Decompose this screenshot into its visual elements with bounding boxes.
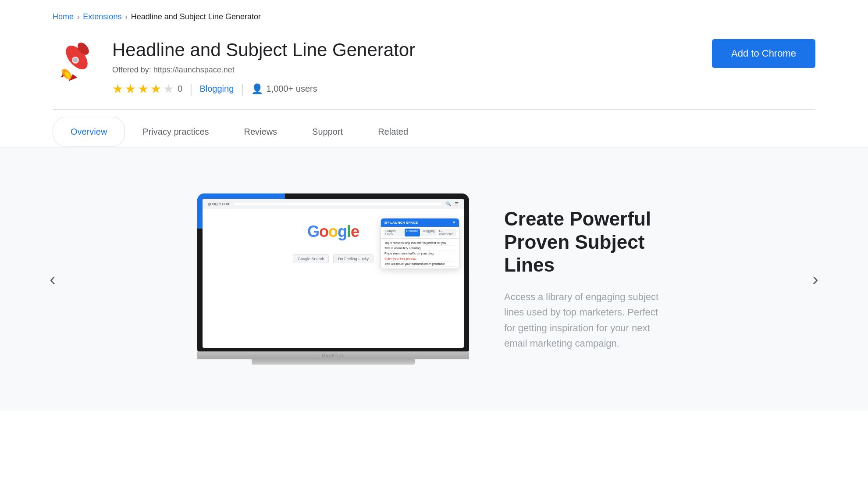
- extension-header: Headline and Subject Line Generator Offe…: [0, 30, 868, 109]
- popup-header: BY LAUNCH SPACE ✕: [381, 218, 459, 227]
- google-logo: Google: [307, 222, 359, 241]
- star-1: ★: [112, 82, 123, 96]
- google-search-btn: Google Search: [293, 254, 329, 263]
- carousel-description: Create Powerful Proven Subject Lines Acc…: [504, 208, 671, 351]
- popup-tabs: Subject Lines Headline Blogging E-commer…: [381, 227, 459, 239]
- search-bar-mockup: Google Search I'm Feeling Lucky: [288, 254, 378, 263]
- tab-reviews[interactable]: Reviews: [227, 117, 295, 147]
- popup-tab-ecommerce: E-commerce: [438, 229, 457, 236]
- popup-list: Top 5 reasons why this offer is perfect …: [381, 239, 459, 269]
- tabs-section: Overview Privacy practices Reviews Suppo…: [0, 117, 868, 147]
- popup-item-1: Top 5 reasons why this offer is perfect …: [384, 240, 455, 246]
- users-icon: 👤: [251, 83, 263, 95]
- address-bar: [234, 203, 442, 205]
- extension-offered-by: Offered by: https://launchspace.net: [112, 65, 415, 75]
- chevron-left-icon: ‹: [50, 269, 55, 289]
- popup-item-3: Place even more traffic on your blog: [384, 251, 455, 256]
- popup-close-icon: ✕: [452, 221, 455, 225]
- chevron-right-icon: ›: [812, 269, 818, 289]
- carousel-next-button[interactable]: ›: [798, 261, 833, 297]
- offered-by-url: https://launchspace.net: [153, 65, 235, 74]
- laptop-screen-area: google.com 🔍 ☰ Google BY LAUNC: [197, 193, 469, 351]
- browser-url: google.com: [208, 201, 231, 206]
- star-4: ★: [150, 82, 161, 96]
- extension-meta: ★ ★ ★ ★ ★ 0 | Blogging | 👤 1,000+ users: [112, 82, 415, 96]
- breadcrumb-current: Headline and Subject Line Generator: [131, 12, 261, 21]
- tab-support[interactable]: Support: [295, 117, 360, 147]
- carousel-heading: Create Powerful Proven Subject Lines: [504, 208, 671, 277]
- star-5: ★: [163, 82, 174, 96]
- breadcrumb-sep-2: ›: [125, 13, 127, 21]
- users-info: 👤 1,000+ users: [251, 83, 317, 95]
- screen-google-area: Google BY LAUNCH SPACE ✕ Subject Lines H…: [203, 209, 464, 272]
- category-link[interactable]: Blogging: [199, 84, 234, 94]
- svg-point-3: [73, 58, 78, 62]
- laptop-brand-label: MacBook: [322, 353, 345, 358]
- tab-related[interactable]: Related: [360, 117, 426, 147]
- popup-tab-subject: Subject Lines: [384, 229, 404, 236]
- breadcrumb: Home › Extensions › Headline and Subject…: [0, 0, 868, 30]
- review-count: 0: [178, 84, 182, 94]
- breadcrumb-extensions[interactable]: Extensions: [83, 12, 121, 21]
- screen-content: google.com 🔍 ☰ Google BY LAUNC: [203, 199, 464, 348]
- popup-item-4: Claim your free product: [384, 256, 455, 261]
- menu-icon: ☰: [455, 201, 459, 206]
- star-rating: ★ ★ ★ ★ ★ 0: [112, 82, 182, 96]
- popup-tab-blogging: Blogging: [421, 229, 436, 236]
- browser-bar: google.com 🔍 ☰: [203, 199, 464, 209]
- breadcrumb-home[interactable]: Home: [53, 12, 74, 21]
- star-3: ★: [138, 82, 149, 96]
- extension-header-left: Headline and Subject Line Generator Offe…: [53, 39, 415, 96]
- laptop-mockup: google.com 🔍 ☰ Google BY LAUNC: [197, 193, 469, 365]
- users-count: 1,000+ users: [267, 84, 317, 94]
- extension-info: Headline and Subject Line Generator Offe…: [112, 39, 415, 96]
- offered-by-label: Offered by:: [112, 65, 151, 74]
- tab-privacy[interactable]: Privacy practices: [125, 117, 226, 147]
- carousel-inner: google.com 🔍 ☰ Google BY LAUNC: [127, 193, 741, 365]
- popup-title: BY LAUNCH SPACE: [384, 221, 418, 225]
- extension-title: Headline and Subject Line Generator: [112, 39, 415, 61]
- add-to-chrome-button[interactable]: Add to Chrome: [712, 39, 815, 68]
- extension-popup: BY LAUNCH SPACE ✕ Subject Lines Headline…: [381, 218, 459, 269]
- laptop-base: MacBook: [197, 351, 469, 359]
- header-divider: [53, 109, 815, 110]
- breadcrumb-sep-1: ›: [77, 13, 79, 21]
- popup-tab-headline: Headline: [405, 229, 420, 236]
- popup-item-5: This will make your business more profit…: [384, 261, 455, 267]
- carousel-body: Access a library of engaging subject lin…: [504, 289, 671, 351]
- search-icon: 🔍: [446, 201, 451, 206]
- im-feeling-lucky-btn: I'm Feeling Lucky: [333, 254, 374, 263]
- meta-divider-2: |: [241, 82, 244, 96]
- tab-overview[interactable]: Overview: [53, 117, 125, 147]
- popup-item-2: This is absolutely amazing: [384, 246, 455, 251]
- meta-divider: |: [189, 82, 192, 96]
- carousel-section: ‹ google.com 🔍 ☰: [0, 147, 868, 411]
- extension-icon: [53, 39, 96, 83]
- carousel-prev-button[interactable]: ‹: [35, 261, 70, 297]
- laptop-stand: [252, 359, 415, 365]
- star-2: ★: [125, 82, 136, 96]
